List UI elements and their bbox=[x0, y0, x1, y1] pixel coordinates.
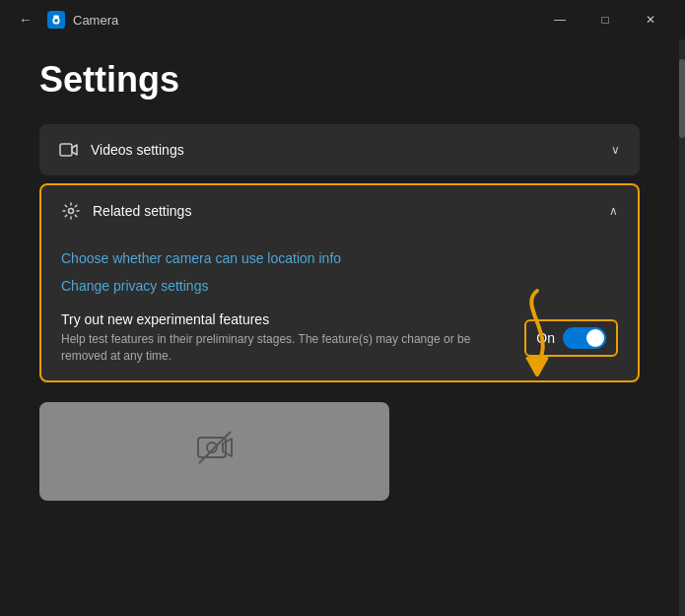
video-icon bbox=[59, 140, 79, 160]
privacy-settings-link[interactable]: Change privacy settings bbox=[61, 272, 618, 300]
experimental-toggle-switch[interactable] bbox=[563, 327, 606, 349]
close-button[interactable]: ✕ bbox=[628, 4, 673, 35]
related-settings-chevron: ∧ bbox=[609, 204, 618, 218]
experimental-feature-text: Try out new experimental features Help t… bbox=[61, 311, 509, 365]
videos-settings-chevron: ∨ bbox=[611, 143, 620, 157]
experimental-feature-title: Try out new experimental features bbox=[61, 311, 509, 327]
toggle-thumb bbox=[586, 329, 604, 347]
experimental-toggle-container: On bbox=[524, 319, 618, 357]
related-settings-header[interactable]: Related settings ∧ bbox=[41, 185, 638, 237]
scrollbar[interactable] bbox=[679, 39, 685, 616]
maximize-button[interactable]: □ bbox=[582, 4, 628, 35]
svg-rect-2 bbox=[53, 16, 58, 19]
camera-preview bbox=[39, 402, 389, 501]
videos-settings-label: Videos settings bbox=[91, 142, 599, 158]
camera-app-icon bbox=[47, 11, 65, 29]
svg-point-5 bbox=[69, 209, 74, 214]
gear-icon bbox=[61, 201, 81, 221]
related-settings-section: Related settings ∧ Choose whether camera… bbox=[39, 183, 640, 382]
page-title: Settings bbox=[39, 59, 640, 101]
main-content: Settings Videos settings ∨ Related setti… bbox=[0, 39, 685, 520]
toggle-label: On bbox=[536, 330, 555, 346]
svg-point-3 bbox=[54, 19, 58, 23]
title-bar-controls: — □ ✕ bbox=[537, 4, 673, 35]
minimize-button[interactable]: — bbox=[537, 4, 582, 35]
experimental-feature-description: Help test features in their preliminary … bbox=[61, 331, 509, 365]
videos-settings-section: Videos settings ∨ bbox=[39, 124, 640, 175]
related-settings-content: Choose whether camera can use location i… bbox=[41, 237, 638, 380]
back-button[interactable]: ← bbox=[12, 6, 39, 34]
title-bar: ← Camera — □ ✕ bbox=[0, 0, 685, 39]
videos-settings-header[interactable]: Videos settings ∨ bbox=[39, 124, 640, 175]
camera-preview-icon bbox=[195, 428, 235, 474]
related-settings-label: Related settings bbox=[93, 203, 597, 219]
title-bar-left: ← Camera bbox=[12, 6, 537, 34]
scrollbar-thumb[interactable] bbox=[679, 59, 685, 138]
experimental-feature-row: Try out new experimental features Help t… bbox=[61, 311, 618, 365]
svg-rect-4 bbox=[60, 144, 72, 156]
app-title: Camera bbox=[73, 13, 118, 28]
location-info-link[interactable]: Choose whether camera can use location i… bbox=[61, 244, 618, 272]
